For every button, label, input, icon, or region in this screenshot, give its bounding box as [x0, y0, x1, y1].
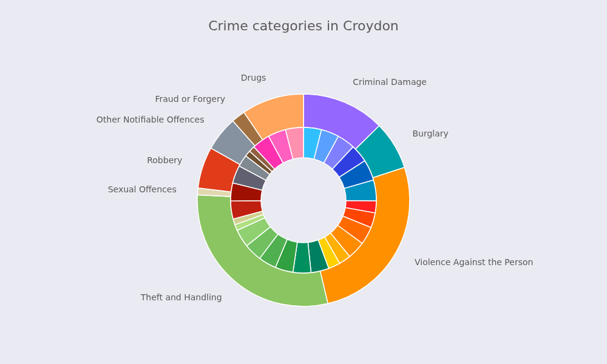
- chart-label: Other Notifiable Offences: [97, 115, 205, 124]
- chart-label: Drugs: [241, 73, 266, 83]
- chart-label: Burglary: [413, 129, 449, 138]
- chart-svg: [0, 0, 607, 364]
- chart-label: Theft and Handling: [141, 292, 222, 302]
- chart-label: Fraud or Forgery: [155, 94, 225, 104]
- chart-label: Robbery: [147, 155, 182, 165]
- chart-label: Criminal Damage: [353, 77, 427, 87]
- donut-chart: Crime categories in Croydon Criminal Dam…: [0, 0, 607, 364]
- chart-label: Violence Against the Person: [415, 257, 533, 267]
- chart-title: Crime categories in Croydon: [0, 18, 607, 33]
- chart-label: Sexual Offences: [108, 184, 177, 194]
